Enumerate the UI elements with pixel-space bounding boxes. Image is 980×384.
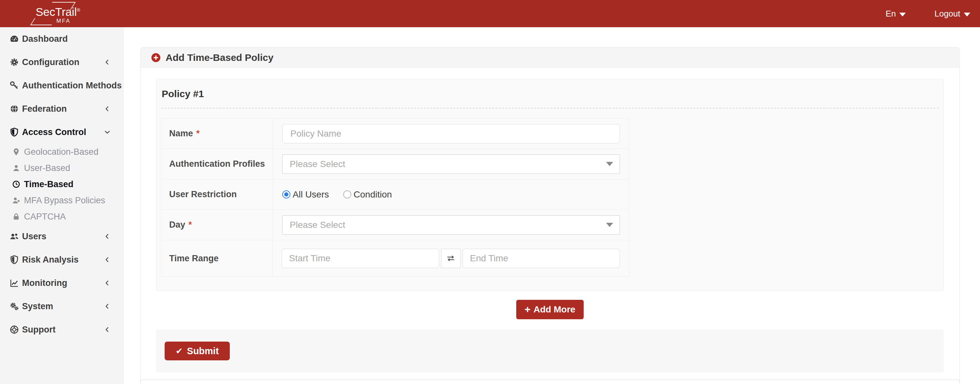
day-select[interactable]: Please Select — [282, 215, 620, 235]
plus-icon: + — [525, 304, 531, 314]
sidebar-item-label: Geolocation-Based — [24, 147, 99, 157]
sidebar-item-label: Risk Analysis — [22, 255, 79, 265]
time-range-group — [282, 249, 620, 268]
swap-arrows-icon — [446, 254, 456, 263]
label-cell: Authentication Profiles — [161, 149, 273, 179]
sidebar-item-label: Support — [22, 325, 56, 335]
card-body: Policy #1 Name * — [141, 68, 959, 384]
policy-title: Policy #1 — [162, 88, 939, 99]
language-label: En — [886, 9, 896, 19]
main-content: Add Time-Based Policy Policy #1 Name * — [124, 27, 980, 384]
sidebar-item-federation[interactable]: Federation — [0, 97, 123, 121]
policy-form-table: Name * Authentication Profiles — [161, 118, 629, 277]
logout-menu[interactable]: Logout — [934, 9, 970, 19]
radio-selected-icon — [282, 190, 290, 198]
sidebar-item-label: Authentication Methods — [22, 81, 121, 90]
chevron-left-icon — [104, 303, 111, 310]
form-row-user-restriction: User Restriction All Users — [161, 179, 629, 210]
sidebar-item-system[interactable]: System — [0, 295, 123, 318]
sidebar-item-time-based[interactable]: Time-Based — [0, 176, 123, 192]
card-header: Add Time-Based Policy — [141, 48, 959, 68]
sidebar-item-label: Configuration — [22, 57, 80, 67]
check-icon: ✔ — [176, 347, 183, 355]
authentication-profiles-select[interactable]: Please Select — [282, 154, 620, 174]
field-label: Time Range — [169, 254, 219, 263]
field-label: User Restriction — [169, 189, 237, 200]
caret-down-icon — [606, 223, 613, 227]
sidebar-item-label: Time-Based — [24, 179, 73, 189]
sidebar-item-authentication-methods[interactable]: Authentication Methods — [0, 74, 123, 97]
shield-icon — [9, 255, 19, 265]
add-more-label: Add More — [533, 305, 575, 315]
chevron-left-icon — [104, 105, 111, 113]
user-icon — [12, 164, 21, 172]
policy-panel: Policy #1 Name * — [156, 79, 944, 291]
field-label: Day — [169, 220, 185, 230]
life-ring-icon — [9, 325, 19, 335]
sidebar-item-label: Monitoring — [22, 278, 67, 288]
field-label: Name — [169, 129, 193, 138]
logout-label: Logout — [934, 9, 960, 19]
registered-mark: ® — [77, 8, 80, 13]
chevron-down-icon — [104, 129, 111, 136]
shield-icon — [9, 127, 19, 137]
policy-name-input[interactable] — [282, 124, 620, 143]
label-cell: Time Range — [161, 240, 272, 276]
sidebar-item-access-control[interactable]: Access Control — [0, 121, 123, 144]
chevron-left-icon — [104, 326, 111, 333]
radio-condition[interactable]: Condition — [343, 189, 392, 200]
submit-button[interactable]: ✔ Submit — [165, 341, 230, 360]
field-label: Authentication Profiles — [169, 159, 265, 169]
card-footer: ✔ Submit — [156, 330, 944, 372]
sidebar-item-user-based[interactable]: User-Based — [0, 160, 123, 176]
sidebar-item-label: User-Based — [24, 163, 70, 173]
brand-logo: SecTrail® MFA — [29, 0, 80, 27]
label-cell: Day * — [161, 210, 273, 240]
sidebar-item-mfa-bypass-policies[interactable]: MFA Bypass Policies — [0, 192, 123, 208]
chevron-left-icon — [104, 279, 111, 287]
brand-name: SecTrail® — [36, 5, 80, 19]
sidebar-item-label: Federation — [22, 104, 67, 114]
brand-name-text: SecTrail — [36, 5, 77, 18]
add-more-button[interactable]: + Add More — [516, 300, 584, 319]
radio-all-users[interactable]: All Users — [282, 189, 329, 200]
sidebar-item-geolocation-based[interactable]: Geolocation-Based — [0, 144, 123, 160]
start-time-input[interactable] — [282, 249, 439, 268]
select-placeholder: Please Select — [290, 159, 345, 169]
end-time-input[interactable] — [463, 249, 620, 268]
sidebar-item-monitoring[interactable]: Monitoring — [0, 271, 123, 295]
globe-icon — [9, 104, 19, 114]
chevron-left-icon — [104, 256, 111, 263]
clock-icon — [12, 180, 21, 189]
map-marker-icon — [12, 148, 21, 156]
sidebar-item-dashboard[interactable]: Dashboard — [0, 27, 123, 51]
submit-label: Submit — [187, 346, 219, 357]
sidebar-item-label: System — [22, 301, 53, 311]
sidebar-item-configuration[interactable]: Configuration — [0, 51, 123, 74]
sidebar-item-users[interactable]: Users — [0, 225, 123, 248]
page-title: Add Time-Based Policy — [165, 52, 274, 63]
sidebar-item-support[interactable]: Support — [0, 318, 123, 341]
radio-label: All Users — [293, 189, 329, 200]
sidebar-item-risk-analysis[interactable]: Risk Analysis — [0, 248, 123, 271]
user-x-icon — [12, 196, 21, 205]
topbar-right-menus: En Logout — [886, 9, 980, 19]
required-asterisk: * — [196, 129, 200, 138]
label-cell: User Restriction — [161, 179, 273, 209]
dashed-divider — [161, 108, 939, 108]
bottom-card-edge — [140, 380, 959, 384]
form-row-authentication-profiles: Authentication Profiles Please Select — [161, 149, 629, 179]
language-menu[interactable]: En — [886, 9, 906, 19]
sidebar-item-captcha[interactable]: CAPTCHA — [0, 208, 123, 225]
caret-down-icon — [899, 13, 906, 16]
sidebar-item-label: Users — [22, 232, 46, 241]
select-placeholder: Please Select — [290, 220, 345, 230]
chevron-left-icon — [104, 233, 111, 240]
form-row-day: Day * Please Select — [161, 210, 629, 240]
sidebar-item-label: MFA Bypass Policies — [24, 195, 105, 206]
input-cell — [273, 119, 629, 149]
input-cell: All Users Condition — [273, 179, 629, 209]
plus-circle-icon — [151, 53, 161, 62]
users-icon — [9, 232, 19, 241]
gears-icon — [9, 301, 19, 311]
